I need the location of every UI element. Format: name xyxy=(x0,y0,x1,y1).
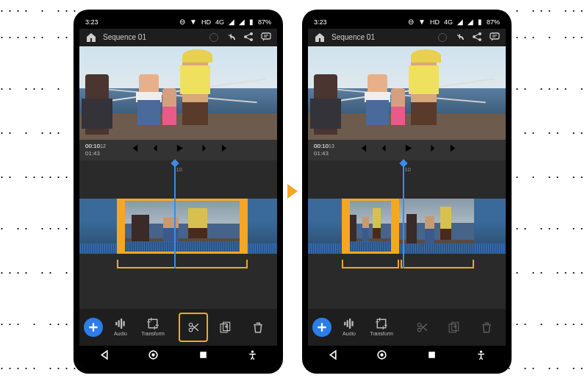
nav-recent-button[interactable] xyxy=(426,349,437,363)
selection-bracket xyxy=(342,260,399,268)
do-not-disturb-icon: ⊖ xyxy=(179,18,185,26)
transform-label: Transform xyxy=(141,331,165,336)
status-net: 4G xyxy=(215,18,224,26)
step-forward-button[interactable] xyxy=(426,143,436,156)
transform-tool-button[interactable]: Transform xyxy=(138,313,168,342)
play-button[interactable] xyxy=(404,143,413,156)
preview-frame xyxy=(79,46,277,140)
transform-tool-button[interactable]: Transform xyxy=(367,313,396,342)
status-time: 3:23 xyxy=(314,18,327,26)
app-header: Sequence 01 xyxy=(79,29,277,46)
share-button[interactable] xyxy=(243,32,254,43)
timeline-clip[interactable] xyxy=(474,199,506,254)
nav-back-button[interactable] xyxy=(327,349,338,363)
status-net: 4G xyxy=(444,18,453,26)
nav-home-button[interactable] xyxy=(376,349,387,363)
status-battery: 87% xyxy=(487,18,500,26)
sequence-title[interactable]: Sequence 01 xyxy=(331,33,431,41)
share-button[interactable] xyxy=(472,32,482,43)
nav-recent-button[interactable] xyxy=(198,349,209,363)
nav-accessibility-button[interactable] xyxy=(247,349,258,363)
preview-frame xyxy=(308,46,506,140)
skip-start-button[interactable] xyxy=(129,143,139,156)
skip-end-button[interactable] xyxy=(449,143,459,156)
playhead[interactable] xyxy=(403,163,404,268)
signal-icon: ◢ xyxy=(457,18,463,26)
timecode-current: 00:10 xyxy=(314,143,329,149)
timeline[interactable]: :10 xyxy=(308,160,506,309)
step-back-button[interactable] xyxy=(152,143,162,156)
transport-controls xyxy=(112,140,248,160)
play-button[interactable] xyxy=(175,143,184,156)
add-media-button[interactable] xyxy=(312,318,331,337)
ruler: :10 xyxy=(308,166,506,177)
undo-button[interactable] xyxy=(226,32,236,43)
home-button[interactable] xyxy=(85,32,96,43)
step-back-button[interactable] xyxy=(381,143,390,156)
audio-label: Audio xyxy=(114,331,127,336)
android-nav-bar xyxy=(79,346,277,368)
tool-bar: Audio Transform xyxy=(79,309,277,346)
tool-bar: Audio Transform xyxy=(308,309,506,346)
delete-clip-button[interactable] xyxy=(243,313,273,342)
timeline[interactable]: :10 xyxy=(79,160,277,309)
status-battery: 87% xyxy=(258,18,271,26)
split-clip-button[interactable] xyxy=(179,313,208,342)
timecode-frame: 12 xyxy=(100,143,106,149)
video-preview[interactable]: 00:1013 01:43 xyxy=(308,46,506,160)
status-time: 3:23 xyxy=(85,18,98,26)
timecode-total: 01:43 xyxy=(314,150,334,157)
timecode-current: 00:10 xyxy=(85,143,100,149)
status-hd: HD xyxy=(430,18,440,26)
comment-button[interactable] xyxy=(261,32,271,43)
timeline-clip[interactable] xyxy=(399,199,474,254)
phone-before: 3:23 ⊖ ▼ HD 4G ◢ ◢ ▮ 87% Sequence 01 xyxy=(74,10,283,374)
undo-button[interactable] xyxy=(454,32,465,43)
home-button[interactable] xyxy=(314,32,324,43)
status-bar: 3:23 ⊖ ▼ HD 4G ◢ ◢ ▮ 87% xyxy=(79,15,277,29)
split-clip-button[interactable] xyxy=(407,313,437,342)
selection-bracket xyxy=(401,260,474,268)
timeline-clip[interactable] xyxy=(79,199,117,254)
do-not-disturb-icon: ⊖ xyxy=(408,18,414,26)
signal-icon-2: ◢ xyxy=(239,18,245,26)
clip-track[interactable] xyxy=(79,199,277,254)
nav-home-button[interactable] xyxy=(148,349,159,363)
sequence-title[interactable]: Sequence 01 xyxy=(103,33,202,41)
signal-icon: ◢ xyxy=(229,18,234,26)
add-media-button[interactable] xyxy=(84,318,103,337)
wifi-icon: ▼ xyxy=(418,18,426,26)
transform-label: Transform xyxy=(370,331,393,336)
skip-end-button[interactable] xyxy=(220,143,230,156)
android-nav-bar xyxy=(308,346,506,368)
nav-accessibility-button[interactable] xyxy=(476,349,487,363)
video-preview[interactable]: 00:1012 01:43 xyxy=(79,46,277,160)
nav-back-button[interactable] xyxy=(98,349,110,363)
selection-bracket xyxy=(117,260,248,268)
audio-tool-button[interactable]: Audio xyxy=(334,313,364,342)
timecode-frame: 13 xyxy=(329,143,334,149)
step-forward-button[interactable] xyxy=(198,143,207,156)
timecode-total: 01:43 xyxy=(85,150,106,157)
phone-after: 3:23 ⊖ ▼ HD 4G ◢ ◢ ▮ 87% Sequence 01 xyxy=(302,10,512,374)
timeline-clip[interactable] xyxy=(117,199,248,254)
wifi-icon: ▼ xyxy=(190,18,197,26)
duplicate-clip-button[interactable] xyxy=(211,313,240,342)
signal-icon-2: ◢ xyxy=(467,18,473,26)
battery-icon: ▮ xyxy=(478,18,482,26)
playhead[interactable] xyxy=(174,163,176,268)
timeline-clip[interactable] xyxy=(308,199,342,254)
status-bar: 3:23 ⊖ ▼ HD 4G ◢ ◢ ▮ 87% xyxy=(308,15,506,29)
record-indicator xyxy=(209,33,218,42)
timeline-clip[interactable] xyxy=(248,199,277,254)
clip-track[interactable] xyxy=(308,199,506,254)
battery-icon: ▮ xyxy=(249,18,254,26)
audio-tool-button[interactable]: Audio xyxy=(106,313,135,342)
comment-button[interactable] xyxy=(490,32,500,43)
timeline-clip[interactable] xyxy=(342,199,399,254)
skip-start-button[interactable] xyxy=(358,143,368,156)
duplicate-clip-button[interactable] xyxy=(440,313,469,342)
ruler: :10 xyxy=(79,166,277,177)
record-indicator xyxy=(438,33,447,42)
delete-clip-button[interactable] xyxy=(472,313,501,342)
